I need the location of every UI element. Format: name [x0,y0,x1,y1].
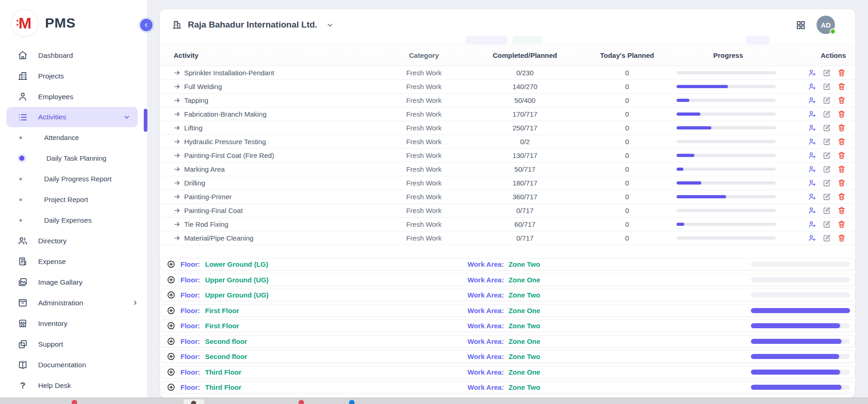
expand-plus-icon[interactable] [167,291,175,299]
assign-user-button[interactable] [808,206,817,215]
todays-planned-value: 0 [578,179,676,187]
activity-table-row[interactable]: Painting-Primer Fresh Work 360/717 0 [160,190,855,204]
sidebar-item-label: Inventory [38,320,68,328]
activity-table-row[interactable]: Painting-First Coat (Fire Red) Fresh Wor… [160,149,855,163]
floor-row[interactable]: Floor: Second floor Work Area: Zone One [160,335,855,348]
delete-button[interactable] [837,220,846,229]
edit-button[interactable] [823,220,831,229]
assign-user-button[interactable] [808,151,817,160]
edit-button[interactable] [823,82,831,91]
assign-user-button[interactable] [808,137,817,146]
expand-plus-icon[interactable] [167,306,175,315]
delete-button[interactable] [837,137,846,146]
floor-row[interactable]: Floor: Upper Ground (UG) Work Area: Zone… [160,274,855,286]
assign-user-button[interactable] [808,179,817,187]
sidebar-item-projects[interactable]: Projects [0,66,147,86]
sidebar-item-expense[interactable]: Expense [0,251,147,272]
sidebar-item-activities[interactable]: Activities [6,107,138,127]
assign-user-button[interactable] [808,234,817,242]
sidebar-subitem[interactable]: Daily Task Planning [0,148,147,168]
activity-table-row[interactable]: Material/Pipe Cleaning Fresh Work 0/717 … [160,231,855,245]
floor-row[interactable]: Floor: Second floor Work Area: Zone Two [160,350,855,363]
floor-row[interactable]: Floor: Upper Ground (UG) Work Area: Zone… [160,289,855,301]
activity-table-row[interactable]: Hydraulic Pressure Testing Fresh Work 0/… [160,135,855,149]
delete-button[interactable] [837,123,846,132]
delete-button[interactable] [837,206,846,215]
sidebar-item-help-desk[interactable]: ? Help Desk [0,375,147,396]
sidebar-item-documentation[interactable]: Documentation [0,354,147,375]
assign-user-button[interactable] [808,123,817,132]
delete-button[interactable] [837,82,846,91]
floor-row[interactable]: Floor: First Floor Work Area: Zone Two [160,320,855,332]
edit-button[interactable] [823,192,831,201]
delete-button[interactable] [837,151,846,160]
expand-plus-icon[interactable] [167,321,175,330]
completed-planned-value: 360/717 [472,193,578,201]
sidebar-collapse-button[interactable] [140,19,152,31]
activity-table-row[interactable]: Full Welding Fresh Work 140/270 0 [160,80,855,94]
apps-grid-icon[interactable] [796,20,806,30]
assign-user-button[interactable] [808,96,817,105]
assign-user-button[interactable] [808,220,817,229]
expand-plus-icon[interactable] [167,352,175,361]
delete-button[interactable] [837,192,846,201]
activity-table-row[interactable]: Tie Rod Fixing Fresh Work 60/717 0 [160,218,855,231]
assign-user-button[interactable] [808,110,817,118]
floor-row[interactable]: Floor: Third Floor Work Area: Zone Two [160,381,855,393]
expand-plus-icon[interactable] [167,260,175,269]
edit-button[interactable] [823,165,831,174]
edit-button[interactable] [823,110,831,118]
floor-row[interactable]: Floor: Third Floor Work Area: Zone One [160,366,855,378]
edit-button[interactable] [823,206,831,215]
taskbar-app-icon[interactable] [72,400,77,404]
edit-button[interactable] [823,68,831,77]
edit-button[interactable] [823,137,831,146]
sidebar-item-employees[interactable]: Employees [0,86,147,107]
edit-button[interactable] [823,179,831,187]
taskbar-app-icon[interactable] [184,399,204,404]
floor-row[interactable]: Floor: Lower Ground (LG) Work Area: Zone… [160,258,855,270]
expand-plus-icon[interactable] [167,275,175,284]
company-selector-label[interactable]: Raja Bahadur International Ltd. [188,20,317,30]
edit-button[interactable] [823,96,831,105]
floor-row[interactable]: Floor: First Floor Work Area: Zone One [160,304,855,317]
taskbar-app-icon[interactable] [299,400,304,404]
activity-table-row[interactable]: Lifting Fresh Work 250/717 0 [160,121,855,135]
activity-table-row[interactable]: Tapping Fresh Work 50/400 0 [160,94,855,107]
delete-button[interactable] [837,165,846,174]
expand-plus-icon[interactable] [167,368,175,376]
sidebar-item-image-gallery[interactable]: Image Gallary [0,272,147,292]
sidebar-subitem[interactable]: Attendance [0,127,147,148]
sidebar-item-support[interactable]: Support [0,334,147,354]
edit-button[interactable] [823,123,831,132]
activity-table-row[interactable]: Sprinkler Installation-Pendant Fresh Wor… [160,66,855,80]
assign-user-button[interactable] [808,192,817,201]
delete-button[interactable] [837,234,846,242]
assign-user-button[interactable] [808,82,817,91]
taskbar-app-icon[interactable] [349,400,355,404]
sidebar-subitem[interactable]: Daily Expenses [0,210,147,230]
expand-plus-icon[interactable] [167,383,175,392]
delete-button[interactable] [837,179,846,187]
activity-table-row[interactable]: Marking Area Fresh Work 50/717 0 [160,163,855,176]
sidebar-subitem[interactable]: Project Report [0,189,147,210]
delete-button[interactable] [837,96,846,105]
sidebar-item-dashboard[interactable]: Dashboard [0,45,147,66]
activity-table-row[interactable]: Fabrication-Branch Making Fresh Work 170… [160,107,855,121]
sidebar-item-directory[interactable]: Directory [0,230,147,251]
sidebar-subitem[interactable]: Daily Progress Report [0,168,147,189]
completed-planned-value: 0/717 [472,234,578,242]
activity-table-row[interactable]: Drilling Fresh Work 180/717 0 [160,176,855,190]
chevron-down-icon[interactable] [326,21,334,29]
edit-button[interactable] [823,234,831,242]
user-avatar[interactable]: AD [817,16,835,34]
edit-button[interactable] [823,151,831,160]
sidebar-item-administration[interactable]: Administration [0,292,147,313]
activity-table-row[interactable]: Painting-Final Coat Fresh Work 0/717 0 [160,204,855,218]
assign-user-button[interactable] [808,68,817,77]
assign-user-button[interactable] [808,165,817,174]
expand-plus-icon[interactable] [167,337,175,346]
delete-button[interactable] [837,68,846,77]
sidebar-item-inventory[interactable]: Inventory [0,313,147,334]
delete-button[interactable] [837,110,846,118]
